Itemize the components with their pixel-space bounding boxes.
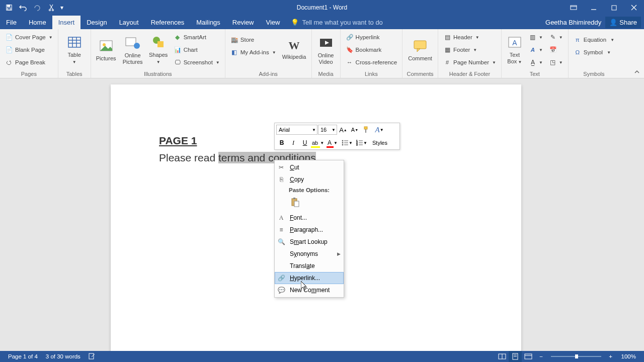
italic-button[interactable]: I (288, 137, 299, 148)
video-icon (318, 35, 334, 51)
cover-page-button[interactable]: 📄Cover Page ▼ (3, 32, 55, 43)
status-words[interactable]: 3 of 30 words (42, 353, 85, 359)
ctx-smart-lookup[interactable]: 🔍Smart Lookup (275, 236, 344, 248)
ctx-paragraph[interactable]: ≡Paragraph... (275, 224, 344, 236)
comment-button[interactable]: Comment (406, 30, 435, 69)
svg-text:3: 3 (356, 143, 358, 146)
shrink-font-button[interactable]: A▼ (349, 124, 360, 135)
object-button[interactable]: ◳▼ (547, 57, 565, 68)
save-button[interactable] (2, 1, 16, 15)
date-time-button[interactable]: 📅 (547, 44, 565, 55)
minimize-button[interactable] (584, 0, 604, 15)
footer-button[interactable]: ▦Footer ▼ (441, 44, 498, 55)
zoom-out-button[interactable]: − (535, 351, 548, 362)
wikipedia-button[interactable]: W Wikipedia (280, 30, 308, 69)
cross-reference-button[interactable]: ↔Cross-reference (344, 57, 399, 68)
symbol-icon: Ω (574, 48, 582, 56)
footer-icon: ▦ (443, 46, 451, 54)
undo-button[interactable] (16, 1, 30, 15)
underline-button[interactable]: U (299, 137, 310, 148)
page-break-button[interactable]: ⭯Page Break (3, 57, 55, 68)
highlight-button[interactable]: ab▼ (311, 137, 325, 148)
web-layout-button[interactable] (522, 351, 535, 362)
share-button[interactable]: 👤 Share (605, 17, 641, 28)
group-header-footer: ▤Header ▼ ▦Footer ▼ #Page Number ▼ Heade… (438, 29, 502, 78)
read-mode-button[interactable] (496, 351, 509, 362)
tab-layout[interactable]: Layout (113, 16, 145, 29)
drop-cap-button[interactable]: A̲▼ (527, 57, 545, 68)
tell-me[interactable]: 💡 Tell me what you want to do (286, 16, 387, 29)
user-name[interactable]: Geetha Bhimireddy (545, 19, 601, 26)
print-layout-button[interactable] (509, 351, 522, 362)
tab-file[interactable]: File (0, 16, 23, 29)
group-symbols-label: Symbols (583, 70, 604, 78)
ctx-translate[interactable]: Translate (275, 260, 344, 272)
ribbon-display-button[interactable] (564, 0, 584, 15)
paste-keep-formatting[interactable] (289, 196, 302, 209)
grow-font-button[interactable]: A▲ (338, 124, 349, 135)
table-button[interactable]: Table▼ (61, 30, 88, 69)
zoom-slider[interactable] (551, 356, 601, 357)
chart-button[interactable]: 📊Chart (172, 44, 222, 55)
qat-customize[interactable]: ▾ (58, 1, 65, 15)
header-button[interactable]: ▤Header ▼ (441, 32, 498, 43)
ctx-new-comment[interactable]: 💬New Comment (275, 284, 344, 296)
font-name-combo[interactable]: Arial▼ (276, 125, 317, 135)
symbol-button[interactable]: ΩSymbol ▼ (572, 47, 616, 58)
close-button[interactable] (624, 0, 644, 15)
online-picture-icon (125, 35, 141, 51)
font-color-button[interactable]: A▼ (326, 137, 340, 148)
signature-button[interactable]: ✎▼ (547, 32, 565, 43)
styles-dropdown[interactable]: A▼ (372, 124, 386, 135)
text-box-button[interactable]: A Text Box ▼ (505, 30, 525, 69)
tab-review[interactable]: Review (226, 16, 260, 29)
tab-references[interactable]: References (145, 16, 190, 29)
footer-label: Footer (453, 47, 470, 53)
zoom-level[interactable]: 100% (617, 353, 640, 359)
tab-mailings[interactable]: Mailings (190, 16, 226, 29)
bold-button[interactable]: B (276, 137, 287, 148)
crossref-icon: ↔ (346, 58, 354, 66)
ctx-font[interactable]: AFont... (275, 212, 344, 224)
cut-qat-button[interactable] (44, 1, 58, 15)
hyperlink-button[interactable]: 🔗Hyperlink (344, 32, 399, 43)
status-proofing[interactable] (85, 352, 100, 360)
redo-button[interactable] (30, 1, 44, 15)
tab-view[interactable]: View (260, 16, 286, 29)
my-addins-button[interactable]: ◧My Add-ins ▼ (228, 47, 278, 58)
smartart-button[interactable]: ◆SmartArt (172, 32, 222, 43)
zoom-in-button[interactable]: + (604, 351, 617, 362)
search-icon: 🔍 (277, 238, 286, 245)
crossref-label: Cross-reference (356, 59, 397, 65)
online-pictures-button[interactable]: Online Pictures (120, 30, 145, 69)
font-size-combo[interactable]: 16▼ (318, 125, 337, 135)
page-number-button[interactable]: #Page Number ▼ (441, 57, 498, 68)
status-bar: Page 1 of 4 3 of 30 words − + 100% (0, 351, 644, 362)
bullets-button[interactable]: ▼ (340, 137, 354, 148)
tab-design[interactable]: Design (80, 16, 113, 29)
ctx-hyperlink[interactable]: 🔗Hyperlink... (275, 272, 344, 284)
comment-icon (412, 38, 428, 54)
maximize-button[interactable] (604, 0, 624, 15)
pictures-button[interactable]: Pictures (94, 30, 118, 69)
shapes-button[interactable]: Shapes▼ (147, 30, 170, 69)
collapse-ribbon-button[interactable] (633, 68, 641, 76)
tab-insert[interactable]: Insert (52, 16, 81, 29)
tab-home[interactable]: Home (23, 16, 52, 29)
numbering-button[interactable]: 123▼ (355, 137, 369, 148)
wordart-button[interactable]: A▼ (527, 44, 545, 55)
table-label: Table (68, 52, 81, 58)
format-painter-button[interactable] (361, 124, 372, 135)
online-video-button[interactable]: Online Video (315, 30, 337, 69)
ctx-synonyms[interactable]: Synonyms▶ (275, 248, 344, 260)
bookmark-button[interactable]: 🔖Bookmark (344, 44, 399, 55)
equation-button[interactable]: πEquation ▼ (572, 34, 616, 45)
ctx-cut[interactable]: ✂Cut (275, 161, 344, 173)
ctx-copy[interactable]: ⎘Copy (275, 173, 344, 186)
status-page[interactable]: Page 1 of 4 (4, 353, 42, 359)
styles-label[interactable]: Styles (369, 140, 390, 146)
screenshot-button[interactable]: 🖵Screenshot ▼ (172, 57, 222, 68)
store-button[interactable]: 🏬Store (228, 34, 278, 45)
blank-page-button[interactable]: 📄Blank Page (3, 44, 55, 55)
quick-parts-button[interactable]: ▥▼ (527, 32, 545, 43)
